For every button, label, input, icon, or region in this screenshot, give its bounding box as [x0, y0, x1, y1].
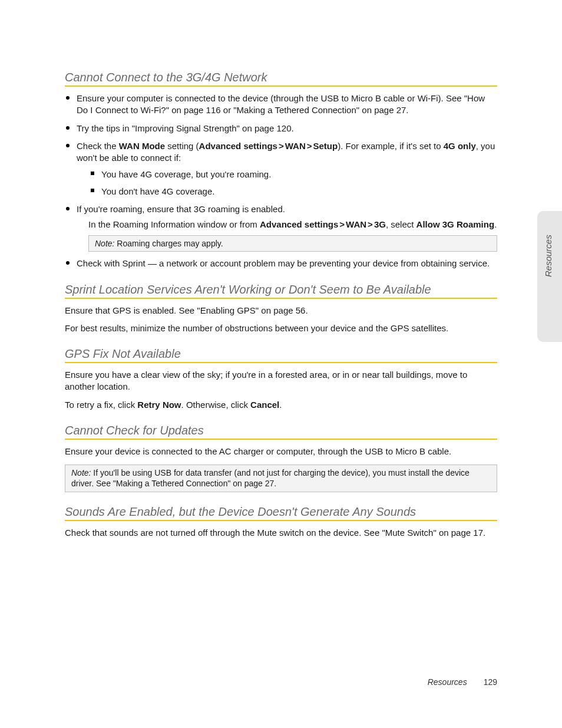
- chevron-icon: >: [366, 219, 374, 229]
- section-cannot-connect: Cannot Connect to the 3G/4G Network Ensu…: [65, 71, 497, 270]
- sub-paragraph: In the Roaming Information window or fro…: [88, 219, 497, 230]
- paragraph: Ensure your device is connected to the A…: [65, 446, 497, 457]
- text: .: [494, 219, 497, 229]
- list-item: You have 4G coverage, but you're roaming…: [91, 169, 497, 180]
- bold-4g-only: 4G only: [444, 141, 476, 151]
- text: ). For example, if it's set to: [338, 141, 444, 151]
- note-label: Note:: [71, 468, 91, 477]
- list-item: Ensure your computer is connected to the…: [65, 93, 497, 117]
- text: In the Roaming Information window or fro…: [88, 219, 260, 229]
- list-item: Check the WAN Mode setting (Advanced set…: [65, 140, 497, 197]
- chevron-icon: >: [277, 141, 285, 151]
- bold-wan: WAN: [346, 219, 366, 229]
- heading-cannot-connect: Cannot Connect to the 3G/4G Network: [65, 71, 497, 87]
- bold-advanced-settings: Advanced settings: [260, 219, 338, 229]
- note-text: If you'll be using USB for data transfer…: [71, 468, 470, 488]
- list-item: If you're roaming, ensure that 3G roamin…: [65, 203, 497, 252]
- bold-advanced-settings: Advanced settings: [199, 141, 277, 151]
- page-number: 129: [484, 677, 497, 687]
- chevron-icon: >: [338, 219, 346, 229]
- note-roaming-charges: Note: Roaming charges may apply.: [88, 235, 497, 252]
- chevron-icon: >: [306, 141, 313, 151]
- sub-bullet-list: You have 4G coverage, but you're roaming…: [91, 169, 497, 197]
- list-item: Try the tips in "Improving Signal Streng…: [65, 123, 497, 134]
- text: , select: [386, 219, 416, 229]
- section-cannot-check-updates: Cannot Check for Updates Ensure your dev…: [65, 424, 497, 492]
- note-label: Note:: [95, 239, 114, 248]
- bold-retry-now: Retry Now: [137, 400, 181, 410]
- bold-wan-mode: WAN Mode: [119, 141, 165, 151]
- bold-cancel: Cancel: [250, 400, 279, 410]
- bold-setup: Setup: [313, 141, 338, 151]
- bold-3g: 3G: [374, 219, 386, 229]
- heading-cannot-check-updates: Cannot Check for Updates: [65, 424, 497, 440]
- text: . Otherwise, click: [181, 400, 251, 410]
- text: If you're roaming, ensure that 3G roamin…: [77, 204, 285, 214]
- note-usb-driver: Note: If you'll be using USB for data tr…: [65, 465, 497, 492]
- heading-gps-fix: GPS Fix Not Available: [65, 347, 497, 363]
- paragraph: Ensure that GPS is enabled. See "Enablin…: [65, 305, 497, 317]
- text: .: [279, 400, 282, 410]
- bullet-list: Ensure your computer is connected to the…: [65, 93, 497, 270]
- heading-sounds: Sounds Are Enabled, but the Device Doesn…: [65, 505, 497, 521]
- text: To retry a fix, click: [65, 400, 137, 410]
- document-page: Resources Cannot Connect to the 3G/4G Ne…: [0, 0, 562, 728]
- list-item: You don't have 4G coverage.: [91, 186, 497, 197]
- section-location-services: Sprint Location Services Aren't Working …: [65, 283, 497, 335]
- list-item: Check with Sprint — a network or account…: [65, 258, 497, 269]
- paragraph: For best results, minimize the number of…: [65, 322, 497, 334]
- page-footer: Resources129: [428, 677, 497, 687]
- side-tab-resources: Resources: [537, 211, 562, 342]
- section-gps-fix: GPS Fix Not Available Ensure you have a …: [65, 347, 497, 411]
- paragraph: Ensure you have a clear view of the sky;…: [65, 369, 497, 393]
- footer-section-label: Resources: [428, 677, 467, 687]
- side-tab-label: Resources: [543, 252, 553, 277]
- bold-allow-roaming: Allow 3G Roaming: [416, 219, 495, 229]
- bold-wan: WAN: [285, 141, 306, 151]
- text: setting (: [165, 141, 199, 151]
- heading-location-services: Sprint Location Services Aren't Working …: [65, 283, 497, 299]
- section-sounds: Sounds Are Enabled, but the Device Doesn…: [65, 505, 497, 539]
- note-text: Roaming charges may apply.: [114, 239, 223, 248]
- text: Check the: [77, 141, 119, 151]
- paragraph: Check that sounds are not turned off thr…: [65, 527, 497, 539]
- paragraph: To retry a fix, click Retry Now. Otherwi…: [65, 399, 497, 411]
